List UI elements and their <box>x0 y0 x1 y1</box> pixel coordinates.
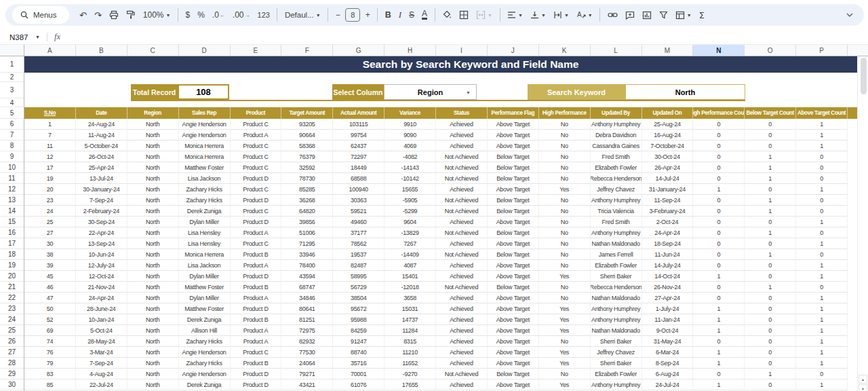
table-cell[interactable]: 0 <box>693 173 745 184</box>
table-cell[interactable]: 82487 <box>333 260 384 271</box>
table-cell[interactable]: 27 <box>24 227 76 238</box>
select-column-dropdown[interactable]: Region ▼ <box>384 84 477 100</box>
column-header-G[interactable]: G <box>333 45 384 56</box>
table-cell[interactable]: Above Target <box>488 303 539 314</box>
table-cell[interactable]: 13-Jul-24 <box>76 173 127 184</box>
row-header-2[interactable]: 2 <box>0 73 24 82</box>
row-header-18[interactable]: 18 <box>0 249 24 260</box>
table-cell[interactable]: 1 <box>796 314 848 325</box>
table-cell[interactable]: 38 <box>24 249 76 260</box>
table-cell[interactable]: North <box>127 249 179 260</box>
table-cell[interactable]: Above Target <box>488 325 539 336</box>
table-cell[interactable]: Sherri Baker <box>591 358 642 369</box>
table-cell[interactable]: Below Target <box>488 249 539 260</box>
table-cell[interactable]: 3-February-24 <box>642 206 694 217</box>
table-cell[interactable]: 1 <box>693 303 745 314</box>
table-cell[interactable]: 103115 <box>333 119 384 130</box>
row-header-23[interactable]: 23 <box>0 303 24 314</box>
text-rotation-button[interactable]: A ▼ <box>572 6 596 24</box>
row-header-14[interactable]: 14 <box>0 206 24 217</box>
table-cell[interactable]: Achieved <box>436 271 488 282</box>
row-header-7[interactable]: 7 <box>0 130 24 141</box>
table-cell[interactable]: Rebecca Henderson <box>591 282 642 293</box>
table-cell[interactable]: 35716 <box>333 358 384 369</box>
table-cell[interactable]: Product C <box>231 347 282 358</box>
table-cell[interactable]: 11652 <box>384 358 436 369</box>
table-cell[interactable]: 10-Jan-24 <box>76 314 127 325</box>
table-cell[interactable]: Above Target <box>488 336 539 347</box>
insert-comment-button[interactable] <box>621 6 638 24</box>
table-cell[interactable]: Product C <box>231 119 282 130</box>
column-header-B[interactable]: B <box>76 45 127 56</box>
table-cell[interactable]: Yes <box>539 184 591 195</box>
table-cell[interactable]: 1 <box>796 271 848 282</box>
table-cell[interactable]: Elizabeth Fowler <box>591 260 642 271</box>
table-cell[interactable]: 52 <box>24 314 76 325</box>
table-cell[interactable]: 58995 <box>333 271 384 282</box>
table-cell[interactable]: 28-May-24 <box>76 336 127 347</box>
column-header-P[interactable]: P <box>796 45 848 56</box>
table-column-header[interactable]: Date <box>76 107 127 119</box>
table-cell[interactable]: 100940 <box>333 184 384 195</box>
table-cell[interactable]: North <box>127 347 179 358</box>
table-cell[interactable]: 1 <box>745 162 796 173</box>
table-cell[interactable]: Product B <box>231 249 282 260</box>
table-cell[interactable]: 69 <box>24 325 76 336</box>
table-cell[interactable]: Not Achieved <box>436 282 488 293</box>
table-cell[interactable]: North <box>127 358 179 369</box>
table-cell[interactable]: 0 <box>693 369 745 379</box>
table-cell[interactable]: 6-Aug-24 <box>642 369 694 379</box>
table-cell[interactable]: 11284 <box>384 325 436 336</box>
table-cell[interactable]: 15655 <box>384 184 436 195</box>
table-cell[interactable]: 0 <box>796 206 848 217</box>
table-cell[interactable]: James Ferrell <box>591 249 642 260</box>
table-cell[interactable]: 34846 <box>281 293 333 303</box>
table-cell[interactable]: Achieved <box>436 119 488 130</box>
table-cell[interactable]: Fred Smith <box>591 217 642 227</box>
table-cell[interactable]: Achieved <box>436 141 488 151</box>
table-cell[interactable]: 30 <box>24 238 76 249</box>
table-cell[interactable]: No <box>539 151 591 162</box>
table-cell[interactable]: Lisa Hensley <box>179 227 231 238</box>
table-cell[interactable]: No <box>539 238 591 249</box>
table-cell[interactable]: Below Target <box>488 227 539 238</box>
table-cell[interactable]: Anthony Humphrey <box>591 379 642 390</box>
borders-button[interactable] <box>456 6 473 24</box>
column-header-I[interactable]: I <box>436 45 488 56</box>
table-cell[interactable]: North <box>127 379 179 390</box>
table-cell[interactable]: 0 <box>745 325 796 336</box>
total-record-value[interactable]: 108 <box>178 84 229 100</box>
table-column-header[interactable]: S.No <box>24 107 76 119</box>
row-header-1[interactable]: 1 <box>0 56 24 73</box>
table-cell[interactable]: 82932 <box>281 336 333 347</box>
table-cell[interactable]: 1 <box>693 271 745 282</box>
table-cell[interactable]: 0 <box>796 282 848 293</box>
table-cell[interactable]: 9-Oct-24 <box>642 325 694 336</box>
table-cell[interactable]: 8315 <box>384 336 436 347</box>
table-cell[interactable]: 1 <box>745 282 796 293</box>
table-cell[interactable]: No <box>539 195 591 206</box>
table-cell[interactable]: 5-October-24 <box>76 141 127 151</box>
table-cell[interactable]: 1 <box>745 206 796 217</box>
table-cell[interactable]: 28-June-24 <box>76 303 127 314</box>
table-cell[interactable]: 0 <box>693 336 745 347</box>
table-cell[interactable]: Allison Hill <box>179 325 231 336</box>
table-cell[interactable]: 36268 <box>281 195 333 206</box>
table-cell[interactable]: 76379 <box>281 151 333 162</box>
table-cell[interactable]: 88740 <box>333 347 384 358</box>
table-cell[interactable]: Above Target <box>488 260 539 271</box>
table-cell[interactable]: 93205 <box>281 119 333 130</box>
table-cell[interactable]: 7 <box>24 130 76 141</box>
text-color-button[interactable]: A <box>418 6 431 24</box>
bold-button[interactable]: B <box>381 6 395 24</box>
currency-format-button[interactable]: $ <box>182 6 194 24</box>
table-cell[interactable]: 30-Sep-24 <box>76 217 127 227</box>
table-cell[interactable]: 21-Nov-24 <box>76 282 127 293</box>
table-cell[interactable]: 4087 <box>384 260 436 271</box>
table-cell[interactable]: Angie Henderson <box>179 119 231 130</box>
number-format-button[interactable]: 123 <box>254 6 273 24</box>
table-cell[interactable]: 0 <box>745 347 796 358</box>
table-cell[interactable]: 10-Jun-24 <box>76 249 127 260</box>
table-cell[interactable]: Below Target <box>488 151 539 162</box>
row-header-24[interactable]: 24 <box>0 314 24 325</box>
